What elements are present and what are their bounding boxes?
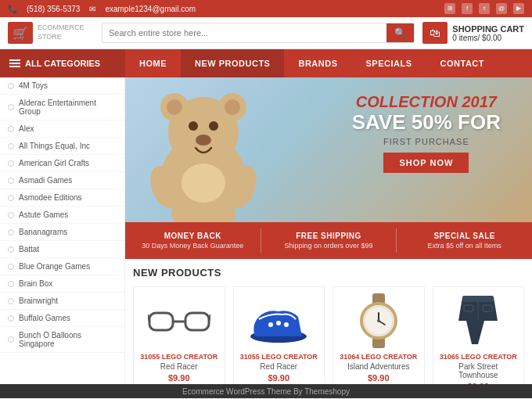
footer-text: Ecommerce WordPress Theme By Themeshopy (182, 387, 350, 396)
cart-area[interactable]: 🛍 SHOPPING CART 0 items/ $0.00 (422, 22, 524, 44)
sidebar-dot-icon (8, 126, 14, 132)
shop-now-button[interactable]: SHOP NOW (383, 153, 469, 173)
sidebar-item-label: Alderac Entertainment Group (19, 99, 117, 116)
product-card[interactable]: 31065 LEGO CREATOR Park Street Townhouse… (433, 286, 525, 384)
product-name: Island Adventures (340, 362, 418, 371)
nav-bar: ALL CATEGORIES HOME NEW PRODUCTS BRANDS … (0, 49, 532, 77)
nav-home[interactable]: HOME (125, 49, 181, 77)
sidebar-item[interactable]: Brainwright (0, 293, 124, 310)
feature-title: FREE SHIPPING (269, 232, 389, 240)
sidebar-item[interactable]: American Girl Crafts (0, 155, 124, 172)
search-button[interactable]: 🔍 (386, 23, 414, 42)
sidebar-item-label: Battat (19, 245, 39, 253)
sidebar-item-label: Brainwright (19, 297, 58, 305)
cart-icon: 🛍 (422, 22, 448, 44)
hero-collection-text: COLLECTION 2017 (352, 93, 501, 111)
hero-text-block: COLLECTION 2017 SAVE 50% FOR FIRST PURCH… (352, 93, 501, 173)
email-icon: ✉ (89, 5, 95, 13)
svg-point-4 (167, 99, 182, 115)
sidebar-item[interactable]: Bunch O Balloons Singapore (0, 327, 124, 353)
sidebar-item[interactable]: Blue Orange Games (0, 258, 124, 275)
logo-text: ECOMMERCE STORE (38, 23, 84, 41)
sidebar-item-label: Asmodee Editions (19, 193, 82, 202)
sidebar-dot-icon (8, 178, 14, 184)
sidebar-dot-icon (8, 246, 14, 253)
header: 🛒 ECOMMERCE STORE 🔍 🛍 SHOPPING CART 0 it… (0, 17, 532, 49)
youtube-icon[interactable]: ▶ (513, 3, 524, 14)
svg-point-7 (209, 121, 218, 131)
main-content: 4M Toys Alderac Entertainment Group Alex… (0, 77, 532, 384)
logo[interactable]: 🛒 ECOMMERCE STORE (8, 22, 94, 44)
svg-point-6 (189, 121, 198, 131)
product-card[interactable]: 31055 LEGO CREATOR Red Racer $9.90 ★★★★☆ (233, 286, 325, 384)
sidebar-dot-icon (8, 83, 14, 89)
content-area: COLLECTION 2017 SAVE 50% FOR FIRST PURCH… (125, 77, 532, 384)
sidebar-item-label: All Things Equal, Inc (19, 142, 90, 150)
svg-point-20 (268, 322, 273, 327)
product-price: $9.90 (440, 382, 518, 384)
mail-social-icon[interactable]: @ (496, 3, 507, 14)
nav-contact[interactable]: CONTACT (426, 49, 498, 77)
nav-specials[interactable]: SPECIALS (352, 49, 426, 77)
sidebar-item-label: Astute Games (19, 210, 68, 219)
product-price: $9.90 (240, 373, 318, 383)
phone-number: (518) 356-5373 (27, 5, 80, 13)
sidebar-item[interactable]: Alderac Entertainment Group (0, 95, 124, 120)
sidebar-item[interactable]: Alex (0, 120, 124, 138)
rss-icon[interactable]: ⊞ (444, 3, 455, 14)
svg-point-22 (284, 322, 289, 327)
sidebar-item[interactable]: Bananagrams (0, 224, 124, 241)
sidebar-item[interactable]: Brain Box (0, 275, 124, 293)
sidebar-item-label: Alex (19, 124, 34, 133)
sidebar-dot-icon (8, 281, 14, 287)
sidebar-item-label: Asmadi Games (19, 176, 72, 185)
product-creator: 31055 LEGO CREATOR (140, 353, 218, 361)
search-input[interactable] (102, 23, 386, 42)
sidebar-item-label: Buffalo Games (19, 314, 70, 322)
sidebar-dot-icon (8, 212, 14, 218)
sidebar-dot-icon (8, 104, 14, 110)
sidebar-dot-icon (8, 195, 14, 201)
feature-desc: 30 Days Money Back Guarantee (133, 242, 253, 250)
footer: Ecommerce WordPress Theme By Themeshopy (0, 384, 532, 398)
nav-brands[interactable]: BRANDS (284, 49, 351, 77)
svg-point-8 (196, 135, 211, 146)
sidebar-item[interactable]: Asmodee Editions (0, 189, 124, 207)
sidebar-item[interactable]: Astute Games (0, 207, 124, 224)
search-bar[interactable]: 🔍 (102, 23, 415, 43)
product-card[interactable]: 31055 LEGO CREATOR Red Racer $9.90 ★★★★☆ (133, 286, 225, 384)
product-image (240, 293, 318, 348)
phone-icon: 📞 (8, 5, 17, 13)
feature-desc: Shipping on orders over $99 (269, 242, 389, 250)
sidebar-dot-icon (8, 336, 14, 343)
facebook-icon[interactable]: f (462, 3, 473, 14)
feature-money-back: MONEY BACK 30 Days Money Back Guarantee (125, 228, 261, 253)
svg-rect-14 (149, 313, 173, 330)
product-card[interactable]: 31064 LEGO CREATOR Island Adventures $9.… (332, 286, 425, 384)
nav-new-products[interactable]: NEW PRODUCTS (181, 49, 284, 77)
sidebar-item[interactable]: Asmadi Games (0, 172, 124, 189)
top-bar: 📞 (518) 356-5373 ✉ example1234@gmail.com… (0, 0, 532, 17)
email-address: example1234@gmail.com (105, 5, 196, 13)
sidebar-dot-icon (8, 298, 14, 304)
all-categories-menu[interactable]: ALL CATEGORIES (0, 49, 125, 77)
hamburger-icon (9, 59, 20, 67)
top-bar-social: ⊞ f t @ ▶ (444, 3, 524, 14)
sidebar-item[interactable]: Buffalo Games (0, 310, 124, 327)
sidebar-item[interactable]: Battat (0, 241, 124, 258)
new-products-section: NEW PRODUCTS 31055 LEGO CREATOR (125, 259, 532, 384)
features-bar: MONEY BACK 30 Days Money Back Guarantee … (125, 222, 532, 259)
hero-first-purchase-text: FIRST PURCHASE (352, 137, 501, 146)
new-products-title: NEW PRODUCTS (133, 267, 524, 279)
twitter-icon[interactable]: t (479, 3, 490, 14)
product-creator: 31065 LEGO CREATOR (440, 353, 518, 361)
sidebar-dot-icon (8, 143, 14, 149)
sidebar-item-label: Bunch O Balloons Singapore (19, 331, 117, 348)
product-name: Red Racer (240, 362, 318, 371)
sidebar-item[interactable]: 4M Toys (0, 77, 124, 95)
sidebar-dot-icon (8, 264, 14, 270)
sidebar-item[interactable]: All Things Equal, Inc (0, 138, 124, 155)
svg-point-29 (377, 319, 380, 322)
sidebar-item-label: 4M Toys (19, 81, 48, 90)
sidebar: 4M Toys Alderac Entertainment Group Alex… (0, 77, 125, 384)
